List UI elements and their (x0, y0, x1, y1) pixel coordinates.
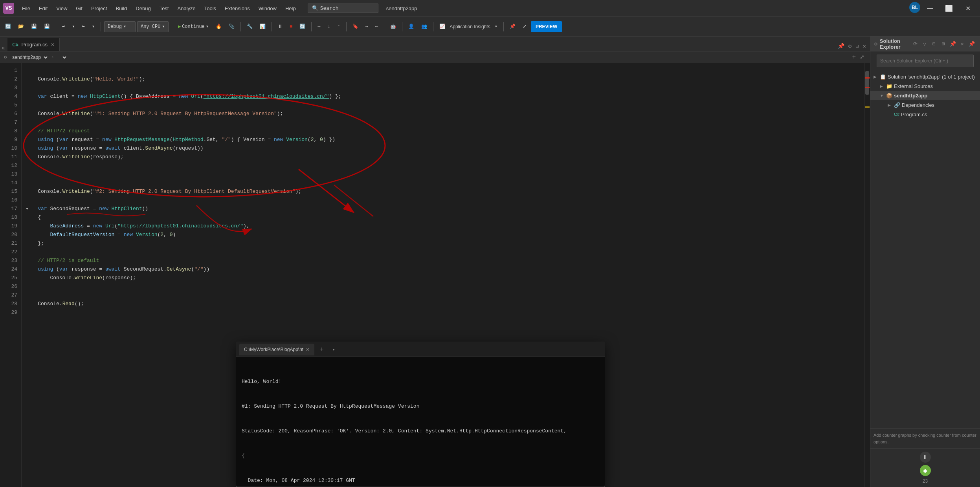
new-project-btn[interactable]: 🔄 (2, 21, 14, 32)
expand-code-icon[interactable]: ⤢ (858, 53, 866, 62)
profile1-btn[interactable]: 👤 (406, 21, 417, 32)
insights-label[interactable]: Application Insights (450, 24, 490, 29)
menu-test[interactable]: Test (156, 4, 173, 13)
restart-btn[interactable]: 🔄 (297, 21, 308, 32)
preview-button[interactable]: PREVIEW (531, 21, 562, 32)
undo-dropdown[interactable]: ▾ (69, 21, 77, 32)
terminal-tab[interactable]: C:\MyWorkPlace\BlogApp\ht ✕ (239, 344, 314, 355)
close-button[interactable]: ✕ (959, 2, 977, 15)
debug-config-dropdown[interactable]: Debug ▾ (104, 21, 136, 32)
redo-dropdown[interactable]: ▾ (89, 21, 97, 32)
program-cs-tab[interactable]: C# Program.cs ✕ (7, 38, 60, 51)
menu-build[interactable]: Build (112, 4, 131, 13)
tab-close-icon[interactable]: ✕ (51, 42, 55, 48)
sep10 (433, 22, 433, 31)
ai-hint-text: Add counter graphs by checking counter f… (874, 433, 976, 444)
terminal-tab-close[interactable]: ✕ (306, 347, 310, 352)
perf-btn[interactable]: 📊 (257, 21, 268, 32)
undo-btn[interactable]: ↩ (59, 21, 68, 32)
expand-window-btn[interactable]: ⤢ (520, 21, 529, 32)
menu-view[interactable]: View (52, 4, 71, 13)
method-selector[interactable] (57, 53, 68, 61)
menu-tools[interactable]: Tools (200, 4, 220, 13)
minimize-button[interactable]: — (921, 2, 939, 15)
save-all-btn[interactable]: 💾 (41, 21, 53, 32)
stop-btn[interactable]: ■ (287, 21, 295, 32)
menu-analyze[interactable]: Analyze (173, 4, 199, 13)
warning-indicator (865, 106, 870, 108)
profile2-btn[interactable]: 👥 (418, 21, 430, 32)
step-into-btn[interactable]: ↓ (325, 21, 333, 32)
menu-window[interactable]: Window (255, 4, 281, 13)
terminal-add-tab[interactable]: + (317, 344, 327, 355)
bookmarks-btn[interactable]: 🔖 (350, 21, 361, 32)
terminal-tab-label: C:\MyWorkPlace\BlogApp\ht (244, 347, 303, 352)
ai-icon-btn[interactable]: 🤖 (387, 21, 399, 32)
se-close-btn[interactable]: ✕ (958, 40, 967, 48)
insights-dropdown[interactable]: ▾ (492, 21, 500, 32)
se-collapse-btn[interactable]: ⊟ (930, 40, 938, 48)
step-over-btn[interactable]: → (315, 21, 323, 32)
pause-debug-btn[interactable]: ⏸ (920, 452, 931, 463)
se-expand-btn[interactable]: 📌 (949, 40, 957, 48)
tree-item-dependencies[interactable]: ▶ 🔗 Dependencies (870, 100, 980, 110)
pause-btn[interactable]: ⏸ (275, 21, 285, 32)
close-panel-icon[interactable]: ✕ (861, 41, 868, 51)
se-pin-btn[interactable]: 📌 (967, 40, 976, 48)
tree-item-program-cs[interactable]: ▶ C# Program.cs (870, 110, 980, 119)
se-properties-btn[interactable]: ⊞ (939, 40, 948, 48)
window-controls: BL — ⬜ ✕ (909, 2, 977, 15)
program-cs-label: Program.cs (22, 42, 48, 48)
se-settings-icon[interactable]: ⚙ (874, 41, 877, 47)
insights-icon[interactable]: 📈 (437, 21, 448, 32)
scrollbar-thumb[interactable] (865, 71, 869, 95)
menu-project[interactable]: Project (87, 4, 111, 13)
settings-tab-icon[interactable]: ⚙ (847, 41, 853, 51)
error-indicator (865, 77, 870, 79)
bookmark-prev-btn[interactable]: ← (373, 21, 381, 32)
bookmark-next-btn[interactable]: → (363, 21, 371, 32)
class-selector[interactable]: sendhttp2app (9, 53, 49, 61)
pin-window-btn[interactable]: 📌 (507, 21, 518, 32)
sep4 (240, 22, 241, 31)
menu-extensions[interactable]: Extensions (221, 4, 254, 13)
save-btn[interactable]: 💾 (28, 21, 40, 32)
split-editor-icon[interactable]: ⊟ (854, 41, 860, 51)
tree-item-project[interactable]: ▼ 📦 sendhttp2app (870, 91, 980, 100)
debug-config-chevron: ▾ (123, 24, 126, 29)
attach-btn[interactable]: 📎 (226, 21, 237, 32)
hot-reload-btn[interactable]: 🔥 (213, 21, 224, 32)
add-icon[interactable]: + (850, 53, 857, 62)
line-numbers: 1 2 3 4 5 6 7 8 9 10 11 12 13 14 15 16 1 (0, 63, 22, 487)
settings-breadcrumb-icon[interactable]: ⚙ (4, 54, 7, 60)
se-toolbar: ⟳ ▽ ⊟ ⊞ 📌 ✕ 📌 (911, 40, 976, 48)
title-search-box[interactable]: 🔍 Search (308, 4, 378, 13)
step-out-btn[interactable]: ↑ (335, 21, 343, 32)
maximize-button[interactable]: ⬜ (940, 2, 958, 15)
se-filter-btn[interactable]: ▽ (920, 40, 929, 48)
debug-tools-btn[interactable]: 🔧 (244, 21, 255, 32)
menu-git[interactable]: Git (72, 4, 86, 13)
pin-tab-icon[interactable]: 📌 (836, 41, 846, 51)
cpu-dropdown[interactable]: Any CPU ▾ (137, 21, 169, 32)
project-label: sendhttp2app (894, 93, 927, 99)
terminal-dropdown[interactable]: ▾ (329, 345, 338, 354)
open-btn[interactable]: 📂 (15, 21, 27, 32)
redo-btn[interactable]: ↪ (79, 21, 87, 32)
continue-btn[interactable]: ▶ Continue ▾ (175, 21, 211, 32)
program-cs-tree-label: Program.cs (901, 112, 927, 117)
sep11 (503, 22, 504, 31)
tree-item-external-sources[interactable]: ▶ 📁 External Sources (870, 81, 980, 91)
program-cs-icon: C# (12, 42, 18, 48)
vertical-scrollbar[interactable] (864, 63, 870, 487)
se-refresh-btn[interactable]: ⟳ (911, 40, 919, 48)
terminal-content[interactable]: Hello, World! #1: Sending HTTP 2.0 Reque… (236, 357, 605, 487)
menu-debug[interactable]: Debug (132, 4, 154, 13)
tree-item-solution[interactable]: ▶ 📋 Solution 'sendhttp2app' (1 of 1 proj… (870, 72, 980, 81)
se-tree: ▶ 📋 Solution 'sendhttp2app' (1 of 1 proj… (870, 70, 980, 428)
menu-help[interactable]: Help (281, 4, 300, 13)
se-search-input[interactable] (877, 55, 974, 67)
user-avatar[interactable]: BL (909, 2, 920, 13)
menu-edit[interactable]: Edit (35, 4, 51, 13)
menu-file[interactable]: File (18, 4, 34, 13)
